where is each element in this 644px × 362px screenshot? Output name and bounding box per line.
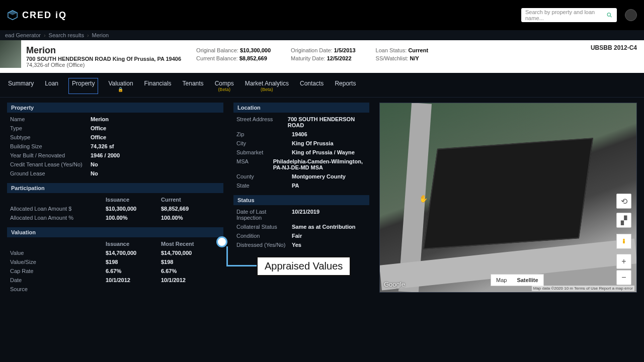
kv-key: Building Size <box>10 143 91 149</box>
tab-comps[interactable]: Comps(Beta) <box>214 78 235 94</box>
kv-value: Yes <box>292 242 301 248</box>
search-icon <box>606 12 613 19</box>
status-rows: Date of Last Inspection10/21/2019Collate… <box>233 207 369 249</box>
kv-value: PA <box>292 183 299 189</box>
map-type-satellite[interactable]: Satellite <box>512 275 543 286</box>
tab-contacts[interactable]: Contacts <box>299 78 325 94</box>
kv-key: Type <box>10 125 91 131</box>
tab-valuation[interactable]: Valuation🔒 <box>107 78 134 94</box>
map[interactable]: ✋ ⟲ ▞ + − Map Satellite Google Map data … <box>379 103 637 293</box>
kv-value: King of Prussia / Wayne <box>292 149 355 155</box>
kv-value: 74,326 sf <box>91 143 114 149</box>
watchlist-value: N/Y <box>410 55 419 61</box>
brand-text: CRED iQ <box>22 10 67 21</box>
participation-table: IssuanceCurrentAllocated Loan Amount $$1… <box>7 195 223 222</box>
map-pegman-button[interactable] <box>616 234 631 249</box>
breadcrumb: ead Generator› Search results› Merion <box>0 30 644 40</box>
section-valuation-title: Valuation <box>7 227 223 237</box>
kv-row: Credit Tenant Lease (Yes/No)No <box>7 160 223 169</box>
kv-value: 1946 / 2000 <box>91 152 120 158</box>
valuation-table: IssuanceMost RecentValue$14,700,000$14,7… <box>7 239 223 294</box>
map-zoom-out-button[interactable]: − <box>616 270 631 285</box>
tab-financials[interactable]: Financials <box>143 78 173 94</box>
table-row: Source <box>7 285 223 294</box>
kv-value: Office <box>91 134 106 140</box>
map-attribution: Map data ©2020 10 m Terms of Use Report … <box>532 286 634 291</box>
map-type-map[interactable]: Map <box>491 275 512 286</box>
svg-line-3 <box>610 16 612 18</box>
map-cursor-icon: ✋ <box>419 195 428 203</box>
kv-row: MSAPhiladelphia-Camden-Wilmington, PA-NJ… <box>233 157 369 172</box>
cur-balance-label: Current Balance: <box>196 55 238 61</box>
kv-key: MSA <box>236 158 273 170</box>
user-avatar[interactable] <box>625 9 637 21</box>
callout-label: Appraised Values <box>257 256 351 276</box>
kv-row: SubtypeOffice <box>7 133 223 142</box>
kv-row: TypeOffice <box>7 124 223 133</box>
kv-row: CountyMontgomery County <box>233 172 369 181</box>
crumb-2: Merion <box>92 32 109 38</box>
kv-row: Date of Last Inspection10/21/2019 <box>233 207 369 222</box>
section-property-title: Property <box>7 103 223 113</box>
deal-id: UBSBB 2012-C4 <box>591 44 637 51</box>
map-zoom-in-button[interactable]: + <box>616 254 631 269</box>
kv-row: SubmarketKing of Prussia / Wayne <box>233 148 369 157</box>
map-tilt-button[interactable]: ▞ <box>616 213 631 228</box>
kv-value: Philadelphia-Camden-Wilmington, PA-NJ-DE… <box>273 158 366 170</box>
kv-value: Same as at Contribution <box>292 224 356 230</box>
maturity-date-value: 12/5/2022 <box>327 55 352 61</box>
section-participation-title: Participation <box>7 183 223 193</box>
section-status-title: Status <box>233 195 369 205</box>
kv-row: ConditionFair <box>233 231 369 240</box>
table-row: Date10/1/201210/1/2012 <box>7 276 223 285</box>
top-bar: CRED iQ Search by property and loan name… <box>0 0 644 30</box>
tab-reports[interactable]: Reports <box>334 78 357 94</box>
kv-row: Street Address700 SOUTH HENDERSON ROAD <box>233 115 369 130</box>
brand: CRED iQ <box>7 10 67 21</box>
search-input[interactable]: Search by property and loan name... <box>521 8 617 22</box>
crumb-1[interactable]: Search results <box>49 32 84 38</box>
kv-key: State <box>236 183 292 189</box>
kv-value: Office <box>91 125 106 131</box>
kv-row: CityKing Of Prussia <box>233 139 369 148</box>
table-row: Allocated Loan Amount %100.00%100.00% <box>7 213 223 222</box>
tab-bar: SummaryLoanPropertyValuation🔒FinancialsT… <box>0 73 644 98</box>
kv-value: No <box>91 161 98 167</box>
kv-row: Ground LeaseNo <box>7 169 223 178</box>
section-location-title: Location <box>233 103 369 113</box>
property-thumbnail <box>0 40 21 68</box>
tab-market-analytics[interactable]: Market Analytics(Beta) <box>244 78 290 94</box>
kv-key: County <box>236 173 292 179</box>
kv-key: Credit Tenant Lease (Yes/No) <box>10 161 91 167</box>
crumb-0[interactable]: ead Generator <box>5 32 41 38</box>
tab-property[interactable]: Property <box>68 78 98 94</box>
orig-balance-value: $10,300,000 <box>240 47 271 53</box>
kv-value: King Of Prussia <box>292 140 334 146</box>
tab-tenants[interactable]: Tenants <box>182 78 205 94</box>
callout-line-icon <box>226 246 257 266</box>
kv-value: Fair <box>292 233 302 239</box>
property-subtitle: 74,326-sf Office (Office) <box>26 62 181 68</box>
property-header: Merion 700 SOUTH HENDERSON ROAD King Of … <box>0 40 644 73</box>
kv-value: 10/21/2019 <box>292 209 319 221</box>
kv-key: Date of Last Inspection <box>236 209 292 221</box>
orig-date-label: Origination Date: <box>291 47 333 53</box>
brand-logo-icon <box>7 10 18 21</box>
map-rotate-button[interactable]: ⟲ <box>616 194 631 209</box>
kv-row: Zip19406 <box>233 130 369 139</box>
google-logo: Google <box>384 281 405 288</box>
map-type-toggle[interactable]: Map Satellite <box>491 274 544 286</box>
lock-icon: 🔒 <box>108 87 133 92</box>
tab-loan[interactable]: Loan <box>44 78 59 94</box>
kv-key: Ground Lease <box>10 170 91 176</box>
property-rows: NameMerionTypeOfficeSubtypeOfficeBuildin… <box>7 115 223 178</box>
kv-key: City <box>236 140 292 146</box>
kv-row: Building Size74,326 sf <box>7 142 223 151</box>
svg-point-4 <box>623 239 625 241</box>
svg-rect-5 <box>623 240 625 243</box>
kv-key: Year Built / Renovated <box>10 152 91 158</box>
kv-value: 19406 <box>292 131 307 137</box>
svg-marker-1 <box>8 11 17 15</box>
tab-summary[interactable]: Summary <box>7 78 35 94</box>
kv-key: Condition <box>236 233 292 239</box>
